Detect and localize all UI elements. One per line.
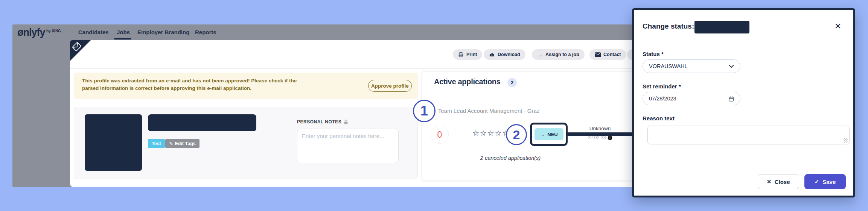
- status-field-label: Status *: [643, 51, 664, 57]
- edit-tags-button[interactable]: ✎ Edit Tags: [165, 139, 199, 148]
- arrow-right-icon: →: [537, 52, 543, 58]
- modal-close-button[interactable]: × Close: [758, 174, 799, 189]
- modal-title-redacted: [694, 21, 749, 33]
- reminder-field-label: Set reminder *: [643, 83, 681, 90]
- envelope-corner-icon: [71, 41, 82, 52]
- modal-title: Change status:: [643, 22, 694, 30]
- change-status-modal: Change status: × Status * VORAUSWAHL Set…: [632, 8, 855, 197]
- assign-label: Assign to a job: [545, 52, 579, 57]
- email-corner-flap: [70, 40, 91, 61]
- rating-stars[interactable]: ☆☆☆☆☆: [472, 129, 510, 138]
- status-date-label: Unknown: [579, 126, 621, 131]
- printer-icon: [458, 52, 464, 58]
- candidate-name-redacted: [148, 114, 256, 131]
- nav-item-reports[interactable]: Reports: [195, 29, 216, 35]
- print-label: Print: [466, 52, 477, 57]
- warning-text: This profile was extracted from an e-mai…: [82, 77, 300, 92]
- status-select-value: VORAUSWAHL: [649, 63, 729, 69]
- nav-item-employer-branding[interactable]: Employer Branding: [137, 29, 189, 35]
- avatar-redacted: [85, 114, 142, 171]
- save-button-label: Save: [822, 179, 836, 185]
- check-icon: ✓: [815, 178, 819, 185]
- applications-count-badge: 2: [507, 78, 517, 87]
- calendar-icon[interactable]: [728, 96, 734, 102]
- personal-notes-label: PERSONAL NOTES: [297, 119, 348, 124]
- neu-label: NEU: [547, 132, 557, 137]
- by-xing-label: by XING: [46, 29, 61, 33]
- reminder-label-text: Set reminder: [643, 83, 677, 90]
- print-button[interactable]: Print: [453, 49, 482, 60]
- close-button-label: Close: [775, 179, 790, 185]
- chevron-down-icon: [729, 65, 734, 68]
- email-approval-warning-banner: This profile was extracted from an e-mai…: [74, 73, 418, 99]
- close-x-icon: ×: [767, 178, 771, 186]
- download-button[interactable]: Download: [484, 49, 525, 60]
- onlyfy-logo[interactable]: ønlyfy: [17, 27, 45, 38]
- status-date-value: 22.02.23: [588, 135, 606, 140]
- envelope-icon: [595, 52, 601, 57]
- assign-to-job-button[interactable]: → Assign to a job: [532, 49, 585, 60]
- required-mark: *: [679, 83, 681, 90]
- nav-item-jobs[interactable]: Jobs: [117, 29, 130, 35]
- screenshot-root: ønlyfy by XING Candidates Jobs Employer …: [0, 0, 868, 211]
- contact-label: Contact: [603, 52, 621, 57]
- close-icon[interactable]: ×: [830, 18, 845, 33]
- contact-button[interactable]: Contact: [589, 49, 626, 60]
- status-date-block: Unknown 22.02.23: [579, 126, 621, 140]
- edit-icon: ✎: [169, 141, 173, 146]
- nav-item-candidates[interactable]: Candidates: [78, 29, 109, 35]
- info-icon[interactable]: [608, 135, 612, 140]
- annotation-step-1: 1: [413, 100, 436, 122]
- personal-notes-input[interactable]: [297, 129, 399, 163]
- textarea-resize-handle[interactable]: [844, 138, 848, 143]
- reminder-date-value: 07/28/2023: [649, 96, 728, 102]
- reason-field-label: Reason text: [643, 115, 675, 121]
- job-title[interactable]: Team Lead Account Management - Graz: [438, 108, 539, 114]
- reason-text-input[interactable]: [647, 126, 850, 144]
- modal-save-button[interactable]: ✓ Save: [804, 174, 846, 189]
- status-label-text: Status: [643, 51, 660, 57]
- personal-notes-label-text: PERSONAL NOTES: [297, 119, 341, 124]
- canceled-applications-text: 2 canceled application(s): [429, 155, 591, 161]
- candidate-profile-card: Test ✎ Edit Tags PERSONAL NOTES: [74, 107, 418, 179]
- arrow-right-icon: →: [540, 132, 545, 137]
- reminder-date-input[interactable]: 07/28/2023: [643, 92, 740, 105]
- approve-profile-button[interactable]: Approve profile: [368, 80, 412, 92]
- cloud-download-icon: [489, 52, 495, 58]
- status-neu-button[interactable]: → NEU: [535, 128, 563, 140]
- nav-active-underline: [114, 38, 131, 39]
- required-mark: *: [661, 51, 664, 57]
- edit-tags-label: Edit Tags: [175, 141, 195, 146]
- download-label: Download: [498, 52, 520, 57]
- score-badge: 0: [431, 126, 449, 144]
- status-select[interactable]: VORAUSWAHL: [643, 59, 740, 73]
- lock-icon: [344, 120, 348, 124]
- active-applications-title: Active applications: [434, 77, 501, 86]
- tag-badge[interactable]: Test: [148, 139, 165, 148]
- annotation-step-2: 2: [506, 124, 527, 145]
